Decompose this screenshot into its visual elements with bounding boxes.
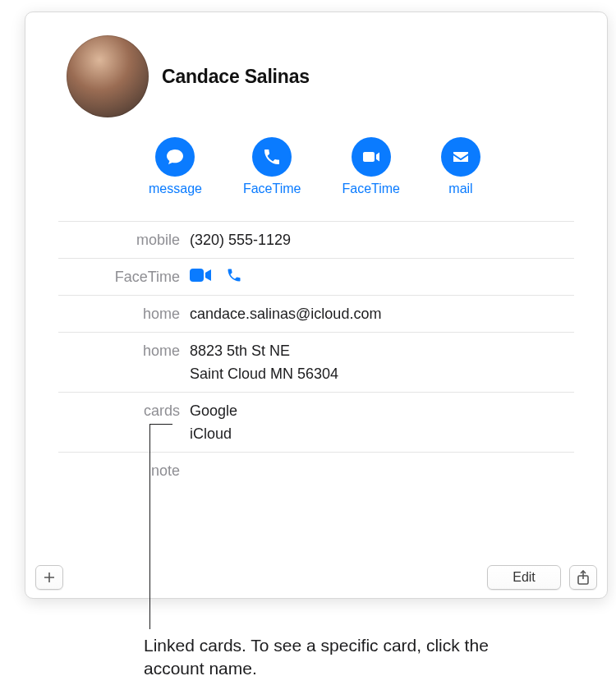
linked-card-google[interactable]: Google (190, 399, 237, 422)
phone-icon (252, 137, 292, 177)
cards-field-value: Google iCloud (190, 399, 237, 445)
mail-icon (441, 137, 480, 177)
address-field-label: home (58, 339, 190, 362)
share-icon (577, 570, 590, 585)
callout-connector-h (149, 424, 172, 425)
facetime-row: FaceTime (58, 258, 574, 295)
contact-card-window: Candace Salinas message FaceTime FaceTim… (25, 11, 608, 599)
contact-header: Candace Salinas (25, 12, 607, 126)
avatar[interactable] (67, 35, 149, 117)
bottom-toolbar: Edit (25, 557, 607, 598)
message-label: message (149, 182, 202, 196)
svg-rect-0 (190, 269, 204, 282)
mobile-field-label: mobile (58, 228, 190, 251)
facetime-audio-action[interactable]: FaceTime (342, 137, 400, 196)
mail-label: mail (448, 182, 472, 196)
address-line-1: 8823 5th St NE (190, 339, 338, 362)
note-field-label: note (58, 459, 190, 482)
contact-details: mobile (320) 555-1129 FaceTime home cand… (25, 221, 607, 489)
facetime-video-action[interactable]: FaceTime (243, 137, 301, 196)
callout-connector-v (149, 424, 150, 629)
video-icon (352, 137, 391, 177)
phone-icon[interactable] (226, 267, 242, 283)
edit-button-label: Edit (513, 570, 536, 585)
cards-field-label: cards (58, 399, 190, 422)
mobile-row[interactable]: mobile (320) 555-1129 (58, 221, 574, 258)
action-row: message FaceTime FaceTime mail (25, 126, 607, 221)
contact-name: Candace Salinas (162, 66, 310, 88)
edit-button[interactable]: Edit (487, 565, 561, 590)
message-action[interactable]: message (149, 137, 202, 196)
email-field-value: candace.salinas@icloud.com (190, 302, 381, 325)
share-button[interactable] (569, 565, 597, 590)
video-icon[interactable] (190, 267, 211, 283)
email-field-label: home (58, 302, 190, 325)
add-button[interactable] (35, 565, 63, 590)
facetime-video-label: FaceTime (243, 182, 301, 196)
linked-card-icloud[interactable]: iCloud (190, 422, 237, 445)
address-field-value: 8823 5th St NE Saint Cloud MN 56304 (190, 339, 338, 385)
email-row[interactable]: home candace.salinas@icloud.com (58, 295, 574, 332)
address-row[interactable]: home 8823 5th St NE Saint Cloud MN 56304 (58, 332, 574, 392)
address-line-2: Saint Cloud MN 56304 (190, 362, 338, 385)
mobile-field-value: (320) 555-1129 (190, 228, 291, 251)
facetime-field-label: FaceTime (58, 265, 190, 288)
message-icon (155, 137, 195, 177)
note-row[interactable]: note (58, 452, 574, 489)
plus-icon (43, 571, 56, 584)
facetime-audio-label: FaceTime (342, 182, 400, 196)
callout-text: Linked cards. To see a specific card, cl… (144, 634, 489, 681)
cards-row: cards Google iCloud (58, 392, 574, 452)
mail-action[interactable]: mail (441, 137, 480, 196)
